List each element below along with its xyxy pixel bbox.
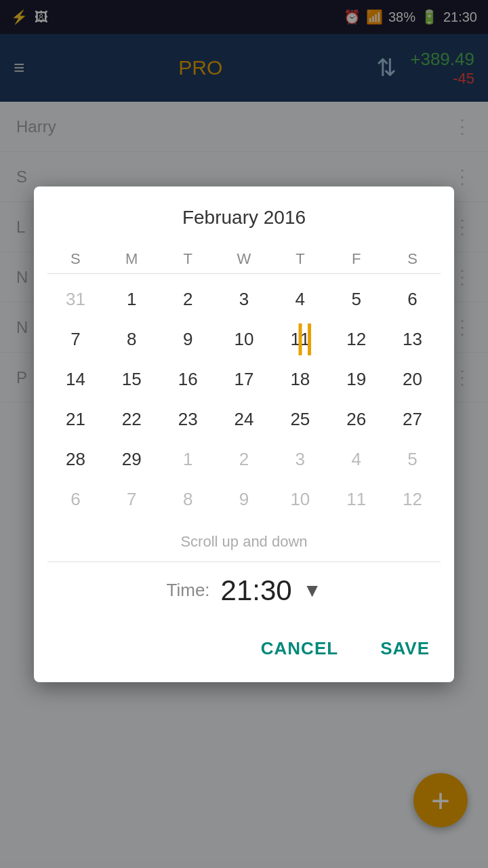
cal-day-22[interactable]: 22 <box>104 399 160 439</box>
cal-day-13[interactable]: 13 <box>384 319 441 359</box>
cal-day-6[interactable]: 6 <box>384 279 441 319</box>
cal-day-8-next[interactable]: 8 <box>160 479 216 519</box>
month-title: February 2016 <box>47 207 441 229</box>
cal-day-2[interactable]: 2 <box>160 279 216 319</box>
cal-day-18[interactable]: 18 <box>272 359 328 399</box>
cal-day-11[interactable]: 11 <box>272 319 328 359</box>
cal-day-14[interactable]: 14 <box>47 359 104 399</box>
cal-day-4[interactable]: 4 <box>272 279 328 319</box>
cal-day-21[interactable]: 21 <box>47 399 104 439</box>
cal-day-31-prev[interactable]: 31 <box>47 279 104 319</box>
cal-day-10[interactable]: 10 <box>216 319 272 359</box>
cal-day-24[interactable]: 24 <box>216 399 272 439</box>
cal-day-5-next[interactable]: 5 <box>384 439 441 479</box>
time-label: Time: <box>167 580 210 601</box>
date-picker-dialog: February 2016 S M T W T F S 31 1 2 3 4 5… <box>34 186 454 682</box>
cal-day-2-next[interactable]: 2 <box>216 439 272 479</box>
cal-day-17[interactable]: 17 <box>216 359 272 399</box>
cal-day-28[interactable]: 28 <box>47 439 104 479</box>
scroll-hint: Scroll up and down <box>47 533 441 551</box>
day-headers: S M T W T F S <box>47 245 441 274</box>
day-header-w: W <box>216 245 272 273</box>
day-header-t2: T <box>272 245 328 273</box>
cal-day-11-next[interactable]: 11 <box>328 479 384 519</box>
cal-day-16[interactable]: 16 <box>160 359 216 399</box>
time-dropdown-icon[interactable]: ▼ <box>303 580 322 601</box>
cancel-button[interactable]: CANCEL <box>250 631 349 666</box>
cal-day-6-next[interactable]: 6 <box>47 479 104 519</box>
cal-day-20[interactable]: 20 <box>384 359 441 399</box>
day-header-s2: S <box>384 245 441 273</box>
cal-day-1[interactable]: 1 <box>104 279 160 319</box>
cal-day-5[interactable]: 5 <box>328 279 384 319</box>
day-header-f: F <box>328 245 384 273</box>
day-header-m: M <box>104 245 160 273</box>
scroll-divider <box>47 561 441 562</box>
cal-day-29[interactable]: 29 <box>104 439 160 479</box>
week-5: 28 29 1 2 3 4 5 <box>47 439 441 479</box>
cal-day-12[interactable]: 12 <box>328 319 384 359</box>
cal-day-27[interactable]: 27 <box>384 399 441 439</box>
save-button[interactable]: SAVE <box>369 631 441 666</box>
cal-day-19[interactable]: 19 <box>328 359 384 399</box>
week-2: 7 8 9 10 11 12 13 <box>47 319 441 359</box>
cal-day-7-next[interactable]: 7 <box>104 479 160 519</box>
day-header-t1: T <box>160 245 216 273</box>
cal-day-7[interactable]: 7 <box>47 319 104 359</box>
cal-day-26[interactable]: 26 <box>328 399 384 439</box>
cal-day-12-next[interactable]: 12 <box>384 479 441 519</box>
cal-day-1-next1[interactable]: 1 <box>160 439 216 479</box>
cal-day-9[interactable]: 9 <box>160 319 216 359</box>
calendar-grid: S M T W T F S 31 1 2 3 4 5 6 7 8 <box>47 245 441 519</box>
week-3: 14 15 16 17 18 19 20 <box>47 359 441 399</box>
cal-day-3-next[interactable]: 3 <box>272 439 328 479</box>
cal-day-8[interactable]: 8 <box>104 319 160 359</box>
week-4: 21 22 23 24 25 26 27 <box>47 399 441 439</box>
week-1: 31 1 2 3 4 5 6 <box>47 279 441 319</box>
time-row: Time: 21:30 ▼ <box>47 574 441 607</box>
cal-day-23[interactable]: 23 <box>160 399 216 439</box>
cal-day-4-next[interactable]: 4 <box>328 439 384 479</box>
cal-day-3[interactable]: 3 <box>216 279 272 319</box>
day-header-s1: S <box>47 245 104 273</box>
dialog-actions: CANCEL SAVE <box>47 626 441 666</box>
cal-day-9-next[interactable]: 9 <box>216 479 272 519</box>
cal-day-25[interactable]: 25 <box>272 399 328 439</box>
time-value[interactable]: 21:30 <box>221 574 292 607</box>
cal-day-10-next[interactable]: 10 <box>272 479 328 519</box>
week-6: 6 7 8 9 10 11 12 <box>47 479 441 519</box>
cal-day-15[interactable]: 15 <box>104 359 160 399</box>
dialog-overlay: February 2016 S M T W T F S 31 1 2 3 4 5… <box>0 0 488 868</box>
